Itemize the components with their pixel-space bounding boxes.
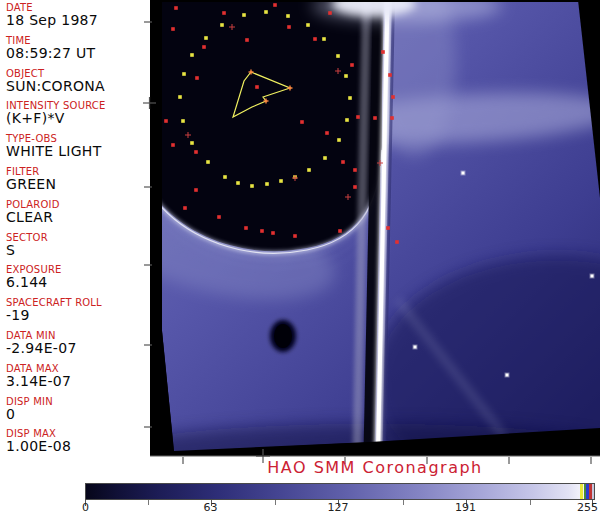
image-title: HAO SMM Coronagraph [150,458,600,478]
star-glow [461,171,466,176]
fiducial-red-dot [353,185,357,189]
fiducial-yellow-dot [242,13,246,17]
colorbar-tick-label: 0 [82,501,89,512]
fiducial-red-dot [183,206,187,210]
field-value: (K+F)*V [6,111,148,126]
fiducial-red-dot [300,120,304,124]
fiducial-red-dot [202,45,206,49]
field-label: DISP MIN [6,396,148,407]
colorbar-tick-label: 255 [577,501,598,512]
fiducial-red-dot [222,11,226,15]
fiducial-yellow-dot [181,119,185,123]
field-value: S [6,243,148,258]
field-value: 3.14E-07 [6,374,148,389]
fiducial-red-dot [390,116,394,120]
fiducial-yellow-dot [250,184,254,188]
fiducial-red-dot [381,50,385,54]
colorbar-minor-tick [148,500,149,505]
fiducial-red-dot [194,188,198,192]
fiducial-red-dot [350,63,354,67]
sidebar-field-disp-min: DISP MIN0 [6,396,148,422]
sidebar-field-polaroid: POLAROIDCLEAR [6,199,148,225]
fiducial-red-dot [171,143,175,147]
fiducial-yellow-dot [344,74,348,78]
field-value: 08:59:27 UT [6,46,148,61]
coronagraph-image-canvas [142,0,600,472]
fiducial-red-dot [245,38,249,42]
fiducial-yellow-dot [190,53,194,57]
colorbar-tick-label: 191 [455,501,476,512]
fiducial-red-dot [388,73,392,77]
sidebar-field-exposure: EXPOSURE6.144 [6,264,148,290]
field-value: -19 [6,308,148,323]
fiducial-red-dot [373,116,377,120]
fiducial-red-dot [271,231,275,235]
fiducial-yellow-dot [223,175,227,179]
fiducial-yellow-dot [279,179,283,183]
fiducial-yellow-dot [264,10,268,14]
field-value: 1.00E-08 [6,439,148,454]
star-glow [413,345,418,350]
sidebar-field-disp-max: DISP MAX1.00E-08 [6,428,148,454]
fiducial-red-dot [164,119,168,123]
fiducial-yellow-dot [306,23,310,27]
colorbar-minor-tick [275,500,276,505]
fiducial-red-dot [217,215,221,219]
colorbar [85,483,595,500]
fiducial-red-dot [356,115,360,119]
fiducial-yellow-dot [345,118,349,122]
fiducial-red-dot [386,226,390,230]
colorbar-gradient [86,484,594,499]
sidebar-field-data-min: DATA MIN-2.94E-07 [6,330,148,356]
fiducial-yellow-dot [178,95,182,99]
fiducial-red-dot [174,6,178,10]
colorbar-tick-label: 127 [328,501,349,512]
colorbar-minor-tick [530,500,531,505]
field-label: SECTOR [6,232,148,243]
fiducial-red-dot [255,85,259,89]
field-value: CLEAR [6,210,148,225]
star-glow [505,373,510,378]
fiducial-yellow-dot [337,138,341,142]
colorbar-minor-tick [403,500,404,505]
fiducial-red-dot [338,229,342,233]
sidebar-field-data-max: DATA MAX3.14E-07 [6,363,148,389]
fiducial-yellow-dot [204,36,208,40]
fiducial-red-dot [260,229,264,233]
fiducial-red-dot [395,240,399,244]
fiducial-yellow-dot [220,23,224,27]
field-value: 6.144 [6,275,148,290]
sidebar-field-type-obs: TYPE-OBSWHITE LIGHT [6,133,148,159]
fiducial-red-dot [171,27,175,31]
fiducial-red-dot [194,150,198,154]
fiducial-yellow-dot [190,141,194,145]
sidebar-field-sector: SECTORS [6,232,148,258]
sidebar-field-time: TIME08:59:27 UT [6,35,148,61]
colorbar-tick-label: 63 [204,501,218,512]
field-value: SUN:CORONA [6,79,148,94]
field-label: OBJECT [6,68,148,79]
sidebar-field-intensity-source: INTENSITY SOURCE(K+F)*V [6,100,148,126]
field-value: 0 [6,407,148,422]
fiducial-yellow-dot [265,182,269,186]
fiducial-red-dot [325,131,329,135]
sidebar-field-date: DATE18 Sep 1987 [6,2,148,28]
fiducial-yellow-dot [348,96,352,100]
fiducial-yellow-dot [182,72,186,76]
fiducial-yellow-dot [336,54,340,58]
fiducial-yellow-dot [322,37,326,41]
fiducial-yellow-dot [236,181,240,185]
fiducial-red-dot [293,234,297,238]
fiducial-yellow-dot [323,156,327,160]
fiducial-red-dot [353,168,357,172]
fiducial-red-dot [195,76,199,80]
field-value: 18 Sep 1987 [6,13,148,28]
metadata-sidebar: DATE18 Sep 1987TIME08:59:27 UTOBJECTSUN:… [0,0,150,458]
fiducial-red-dot [328,11,332,15]
fiducial-red-dot [341,160,345,164]
sidebar-field-spacecraft-roll: SPACECRAFT ROLL-19 [6,297,148,323]
fiducial-yellow-dot [206,160,210,164]
fiducial-red-dot [391,95,395,99]
coronagraph-image [142,0,600,472]
sidebar-field-filter: FILTERGREEN [6,166,148,192]
